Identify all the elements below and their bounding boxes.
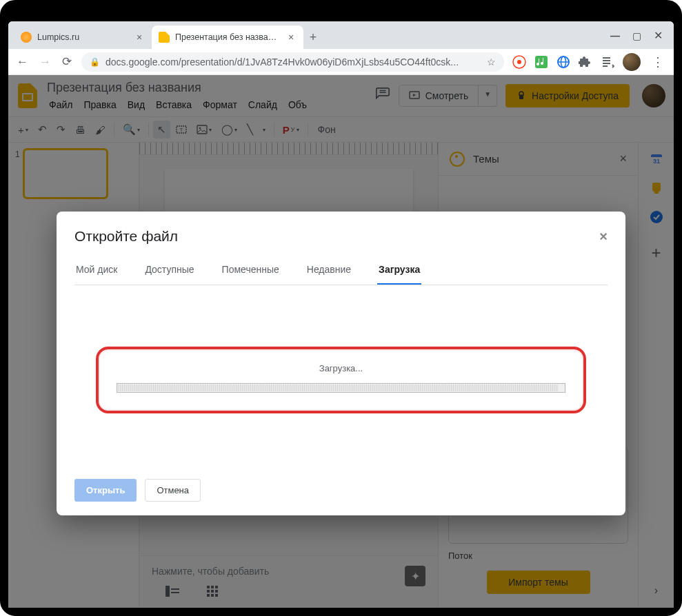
cancel-button[interactable]: Отмена: [145, 479, 201, 502]
window-minimize-button[interactable]: —: [610, 30, 620, 41]
progress-fill: [118, 384, 559, 391]
new-tab-button[interactable]: +: [303, 25, 323, 49]
close-tab-icon[interactable]: ×: [285, 32, 297, 43]
open-button[interactable]: Открыть: [74, 479, 137, 502]
modal-close-button[interactable]: ×: [599, 229, 608, 245]
browser-toolbar: ← → ⟳ 🔒 docs.google.com/presentation/d/1…: [8, 49, 674, 75]
browser-tab-lumpics[interactable]: Lumpics.ru ×: [14, 25, 152, 49]
nav-back-icon[interactable]: ←: [15, 54, 30, 70]
svg-rect-2: [535, 56, 548, 68]
window-close-button[interactable]: ✕: [654, 29, 663, 42]
slides-favicon: [159, 32, 170, 43]
lumpics-favicon: [21, 32, 32, 43]
nav-forward-icon: →: [38, 54, 52, 70]
browser-menu-icon[interactable]: ⋮: [649, 54, 667, 70]
yandex-extension-icon[interactable]: [512, 55, 526, 69]
globe-extension-icon[interactable]: [556, 55, 570, 69]
uploading-label: Загрузка...: [117, 363, 565, 373]
bookmark-star-icon[interactable]: ☆: [487, 57, 496, 68]
tab-upload[interactable]: Загрузка: [377, 258, 421, 285]
url-text: docs.google.com/presentation/d/1JvA8Tz4H…: [106, 57, 481, 68]
browser-title-bar: Lumpics.ru × Презентация без названия - …: [8, 21, 674, 49]
tab-shared[interactable]: Доступные: [143, 258, 195, 285]
tab-my-drive[interactable]: Мой диск: [74, 258, 119, 285]
upload-progress-box: Загрузка...: [96, 347, 586, 413]
reading-list-icon[interactable]: [601, 55, 614, 69]
tab-title: Lumpics.ru: [37, 32, 128, 42]
modal-title: Откройте файл: [74, 228, 178, 245]
extensions-puzzle-icon[interactable]: [579, 55, 592, 69]
address-bar[interactable]: 🔒 docs.google.com/presentation/d/1JvA8Tz…: [81, 52, 504, 72]
file-picker-modal: Откройте файл × Мой диск Доступные Помеч…: [57, 212, 625, 515]
window-maximize-button[interactable]: ▢: [632, 30, 641, 41]
tab-title: Презентация без названия - Go: [175, 32, 280, 42]
music-extension-icon[interactable]: [534, 55, 548, 69]
tab-recent[interactable]: Недавние: [305, 258, 352, 285]
tab-starred[interactable]: Помеченные: [221, 258, 281, 285]
svg-point-1: [517, 60, 521, 64]
browser-tab-slides[interactable]: Презентация без названия - Go ×: [152, 25, 303, 49]
close-tab-icon[interactable]: ×: [134, 32, 145, 43]
lock-icon: 🔒: [90, 57, 100, 67]
profile-avatar-icon[interactable]: [623, 53, 641, 71]
nav-reload-icon[interactable]: ⟳: [61, 53, 73, 70]
modal-tabs: Мой диск Доступные Помеченные Недавние З…: [74, 258, 608, 285]
progress-bar: [117, 383, 565, 393]
